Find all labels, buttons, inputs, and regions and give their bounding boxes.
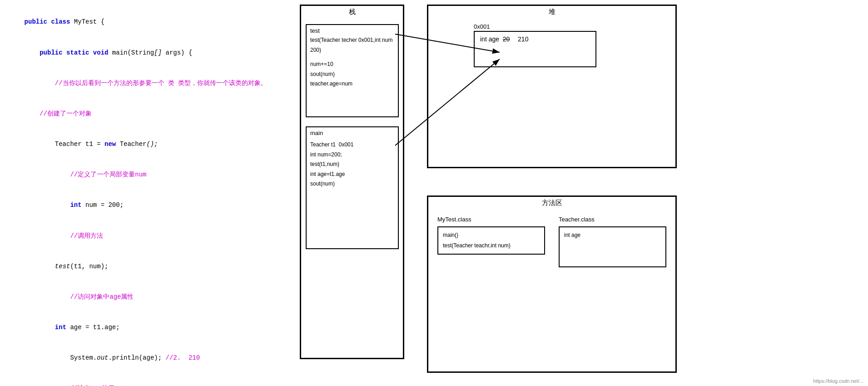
teacher-field-1: int age: [564, 230, 661, 241]
code-line-4: //创建了一个对象: [9, 99, 282, 129]
mytest-method-1: main(): [443, 230, 540, 241]
code-line-12: System.out.println(age); //2. 210: [9, 343, 282, 373]
test-frame-label: test: [310, 27, 394, 34]
code-line-13: //输出num的值: [9, 373, 282, 386]
main-line3: test(t1,num): [310, 160, 394, 170]
heap-content: int age 20 210: [480, 35, 590, 43]
mytest-method-2: test(Teacher teachr,int num): [443, 241, 540, 251]
heap-address: 0x001: [474, 23, 490, 30]
code-line-10: //访问对象中age属性: [9, 282, 282, 312]
test-frame-line3: teacher.age=num: [310, 79, 394, 89]
test-frame-line2: sout(num): [310, 70, 394, 80]
code-line-9: test(t1, num);: [9, 251, 282, 281]
code-line-6: //定义了一个局部变量num: [9, 160, 282, 190]
stack-title: 栈: [301, 6, 403, 18]
main-line4: int age=t1.age: [310, 170, 394, 180]
test-frame-line1: num+=10: [310, 60, 394, 70]
code-line-1: public class MyTest {: [9, 7, 282, 37]
main-frame-label: main: [310, 130, 394, 136]
code-line-7: int num = 200;: [9, 190, 282, 221]
method-panel: 方法区 MyTest.class main() test(Teacher tea…: [427, 196, 677, 373]
code-line-11: int age = t1.age;: [9, 312, 282, 343]
code-line-8: //调用方法: [9, 221, 282, 251]
mytest-methods: main() test(Teacher teachr,int num): [437, 226, 545, 255]
heap-object: int age 20 210: [474, 31, 596, 67]
main-line2: int num=200;: [310, 150, 394, 160]
main-line1: Teacher t1 0x001: [310, 140, 394, 150]
teacher-fields: int age: [559, 226, 666, 267]
test-frame-params: test(Teacher techer 0x001,int num 200): [310, 35, 394, 55]
code-line-2: public static void main(String[] args) {: [9, 37, 282, 68]
main-frame: main Teacher t1 0x001 int num=200; test(…: [306, 126, 399, 249]
watermark: https://blog.csdn.net/...: [813, 378, 863, 384]
code-panel: public class MyTest { public static void…: [0, 0, 291, 386]
code-line-5: Teacher t1 = new Teacher();: [9, 129, 282, 160]
mytest-label: MyTest.class: [437, 216, 545, 223]
method-title: 方法区: [428, 197, 675, 209]
test-frame: test test(Teacher techer 0x001,int num 2…: [306, 24, 399, 117]
teacher-section: Teacher.class int age: [559, 216, 666, 267]
stack-panel: 栈 test test(Teacher techer 0x001,int num…: [300, 5, 404, 359]
heap-title: 堆: [428, 6, 675, 18]
main-line5: sout(num): [310, 179, 394, 189]
mytest-section: MyTest.class main() test(Teacher teachr,…: [437, 216, 545, 267]
code-line-3: //当你以后看到一个方法的形参要一个 类 类型，你就传一个该类的对象。: [9, 68, 282, 98]
teacher-label: Teacher.class: [559, 216, 666, 223]
heap-panel: 堆 0x001 int age 20 210: [427, 5, 677, 168]
